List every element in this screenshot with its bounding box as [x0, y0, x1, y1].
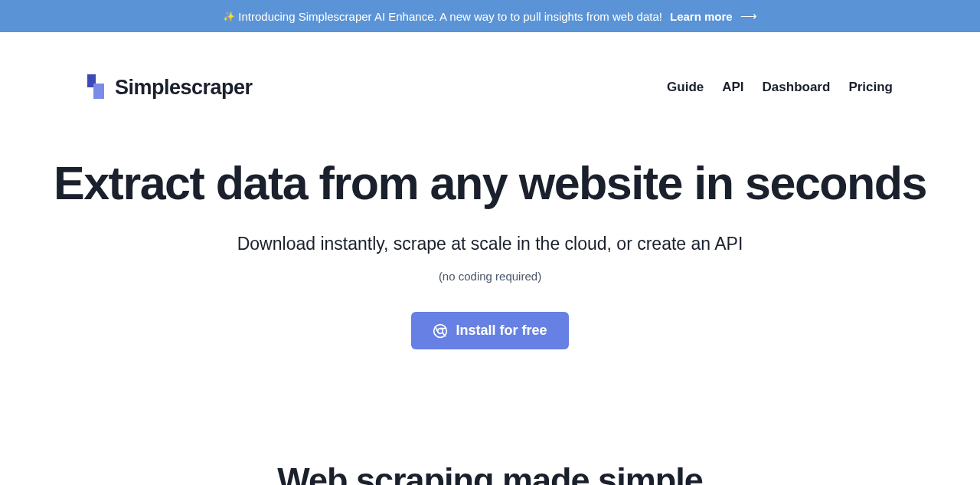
arrow-icon: ⟶ [740, 9, 757, 23]
logo-text: Simplescraper [115, 76, 253, 100]
nav-pricing[interactable]: Pricing [848, 80, 893, 95]
svg-rect-1 [93, 84, 104, 99]
announcement-bar[interactable]: ✨ Introducing Simplescraper AI Enhance. … [0, 0, 980, 32]
install-button-label: Install for free [456, 323, 547, 339]
hero-section: Extract data from any website in seconds… [0, 158, 980, 349]
nav-api[interactable]: API [722, 80, 743, 95]
learn-more-link[interactable]: Learn more [670, 10, 733, 23]
hero-subtitle: Download instantly, scrape at scale in t… [18, 234, 962, 254]
chrome-icon [433, 323, 448, 339]
logo[interactable]: Simplescraper [87, 74, 253, 100]
section-title: Web scraping made simple [0, 460, 980, 485]
logo-icon [87, 74, 104, 100]
nav-guide[interactable]: Guide [667, 80, 704, 95]
nav-dashboard[interactable]: Dashboard [763, 80, 831, 95]
site-header: Simplescraper Guide API Dashboard Pricin… [69, 32, 911, 100]
hero-title: Extract data from any website in seconds [18, 158, 962, 209]
main-nav: Guide API Dashboard Pricing [667, 80, 893, 95]
announcement-text: Introducing Simplescraper AI Enhance. A … [238, 10, 662, 23]
hero-note: (no coding required) [18, 270, 962, 283]
install-button[interactable]: Install for free [411, 312, 568, 349]
svg-point-3 [438, 328, 443, 333]
sparkle-icon: ✨ [223, 11, 235, 22]
